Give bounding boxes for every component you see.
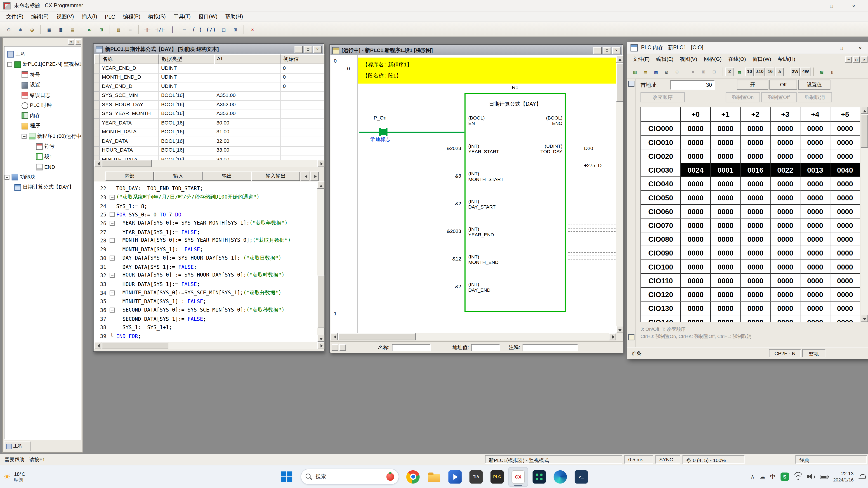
notification-icon[interactable] — [859, 473, 865, 480]
tree-item-6[interactable]: 内存 — [4, 111, 81, 121]
table-row[interactable]: SYS_YEAR_MONTHBOOL[16]A353.00 — [94, 110, 324, 119]
table-cell[interactable]: UDINT — [159, 73, 214, 82]
memory-column-header[interactable]: +0 — [681, 107, 711, 122]
ladder-canvas[interactable]: 0 0 1 【程序名 : 新程序1】 【段名称 : 段1】 P_On 常通标志 … — [331, 55, 616, 333]
scroll-thumb[interactable] — [861, 115, 868, 148]
table-cell[interactable]: 0 — [281, 64, 324, 73]
scroll-down-icon[interactable] — [861, 315, 868, 322]
fold-marker[interactable] — [109, 308, 116, 313]
memory-cell[interactable]: 0000 — [800, 205, 830, 219]
memory-row-CIO070[interactable]: CIO070000000000000000000000000 — [641, 219, 860, 232]
table-cell[interactable]: 31.00 — [214, 128, 281, 137]
memory-cell[interactable]: 0000 — [830, 232, 860, 246]
table-cell[interactable] — [281, 119, 324, 128]
paste-icon[interactable]: ⊟ — [709, 67, 719, 76]
memory-cell[interactable]: 0000 — [830, 122, 860, 135]
force-on-button[interactable]: 强制置On — [726, 92, 760, 102]
memory-cell[interactable]: 0000 — [681, 288, 711, 301]
search-box[interactable]: 搜索 — [301, 468, 399, 485]
row-selector[interactable] — [94, 110, 99, 119]
menu-item[interactable]: 插入(I) — [78, 12, 101, 22]
memory-cell[interactable]: 0000 — [681, 260, 711, 274]
scroll-thumb[interactable] — [102, 342, 168, 349]
memory-cell[interactable]: 0000 — [771, 191, 800, 205]
new-contact-icon[interactable]: ⊣⊢ — [142, 24, 153, 35]
memory-cell[interactable]: 0000 — [830, 315, 860, 322]
code-line-22[interactable]: 22TOD_DAY:= TOD_END-TOD_START; — [94, 184, 317, 193]
format-decimal-button[interactable]: 10 — [745, 67, 754, 76]
delete-icon[interactable]: × — [247, 24, 258, 35]
comment-field[interactable] — [522, 344, 578, 351]
memory-cell[interactable]: 0000 — [771, 135, 800, 149]
fold-box-icon[interactable] — [110, 290, 115, 295]
scroll-right-icon[interactable] — [609, 333, 616, 340]
menu-item[interactable]: 视图(V) — [53, 12, 78, 22]
weather-widget[interactable]: ☀ 18°C 晴朗 — [3, 465, 25, 488]
start-button[interactable] — [277, 467, 297, 487]
tree-item-1[interactable]: 新PLC1[CP2E-N] 监视模式 — [4, 59, 81, 70]
scroll-thumb[interactable] — [102, 160, 152, 167]
taskbar-app-plc-sim[interactable]: PLC — [487, 467, 507, 487]
row-selector[interactable] — [94, 156, 99, 160]
table-row[interactable]: YEAR_END_DUDINT0 — [94, 64, 324, 73]
table-cell[interactable] — [214, 83, 281, 92]
tree-item-4[interactable]: 错误日志 — [4, 90, 81, 100]
row-selector[interactable] — [94, 64, 99, 73]
code-line-24[interactable]: 24SYS_1:= 8; — [94, 201, 317, 210]
format-2word-button[interactable]: 2W — [790, 67, 800, 76]
memory-row-CIO010[interactable]: CIO010000000000000000000000000 — [641, 135, 860, 149]
splitter[interactable] — [94, 167, 324, 172]
fb-output-operand[interactable]: D20 — [584, 145, 615, 151]
green-app-icon[interactable]: S — [780, 473, 789, 481]
minimize-button[interactable]: ─ — [798, 0, 820, 11]
column-header[interactable]: 数据类型 — [159, 54, 214, 64]
memory-cell[interactable]: 0000 — [830, 274, 860, 288]
memory-cell[interactable]: 0000 — [830, 302, 860, 315]
menu-item[interactable]: 帮助(H) — [221, 12, 247, 22]
grid-tree-icon[interactable] — [628, 81, 634, 87]
force-grid-icon[interactable]: ▦ — [735, 67, 745, 76]
fold-box-icon[interactable] — [110, 238, 115, 243]
memory-cell[interactable]: 0000 — [830, 288, 860, 301]
horizontal-line-icon[interactable]: ─ — [179, 24, 190, 35]
memory-cell[interactable]: 0000 — [800, 260, 830, 274]
fold-marker[interactable] — [109, 256, 116, 260]
new-coil-icon[interactable]: ( ) — [191, 24, 204, 35]
memory-cell[interactable]: 0000 — [771, 315, 800, 322]
memory-cell[interactable]: 0000 — [681, 122, 711, 135]
mnemonic-view-icon[interactable]: ≡ — [125, 24, 135, 35]
memory-menu-item[interactable]: 网格(G) — [701, 55, 725, 64]
format-4word-button[interactable]: 4W — [801, 67, 811, 76]
memory-cell[interactable]: 0000 — [800, 288, 830, 301]
new-fb-invocation-icon[interactable]: ⊞ — [230, 24, 241, 35]
menu-item[interactable]: 文件(F) — [2, 12, 27, 22]
memory-cell[interactable]: 0000 — [800, 177, 830, 191]
new-instruction-icon[interactable]: □ — [218, 24, 229, 35]
memory-row-CIO130[interactable]: CIO130000000000000000000000000 — [641, 302, 860, 315]
tree-expander-icon[interactable] — [4, 175, 9, 180]
table-cell[interactable] — [281, 156, 324, 160]
memory-cell[interactable]: 0000 — [741, 274, 771, 288]
save-icon[interactable]: ▦ — [651, 67, 661, 76]
fb-restore-button[interactable]: □ — [304, 46, 312, 53]
memory-cell[interactable]: 0000 — [741, 232, 771, 246]
table-cell[interactable]: A353.00 — [214, 110, 281, 119]
taskbar-app-cx-programmer[interactable]: CX — [508, 467, 528, 487]
panel-pin-icon[interactable]: ▾ — [68, 39, 74, 44]
memory-cell[interactable]: 0000 — [771, 219, 800, 232]
scroll-thumb[interactable] — [317, 275, 324, 328]
memory-cell[interactable]: 0000 — [771, 122, 800, 135]
memory-cell[interactable]: 0000 — [771, 288, 800, 301]
table-cell[interactable]: DAY_DATA — [100, 137, 159, 146]
cut-icon[interactable]: × — [688, 67, 698, 76]
new-closed-contact-icon[interactable]: ⊣/⊢ — [153, 24, 166, 35]
code-line-34[interactable]: 34 MINUTE_DATA[SYS_0]:=SYS_SCE_MIN[SYS_1… — [94, 289, 317, 297]
zoom-in-icon[interactable]: ⊕ — [15, 24, 26, 35]
taskbar-app-file-explorer[interactable] — [424, 467, 444, 487]
column-header[interactable]: 初始值 — [281, 54, 324, 64]
tree-expander-icon[interactable] — [22, 134, 27, 139]
table-cell[interactable]: SYS_YEAR_MONTH — [100, 110, 159, 119]
memory-cell[interactable]: 0000 — [800, 149, 830, 163]
copy-icon[interactable]: ⊞ — [699, 67, 709, 76]
code-line-26[interactable]: 26 YEAR_DATA[SYS_0]:= SYS_YEAR_MONTH[SYS… — [94, 219, 317, 228]
